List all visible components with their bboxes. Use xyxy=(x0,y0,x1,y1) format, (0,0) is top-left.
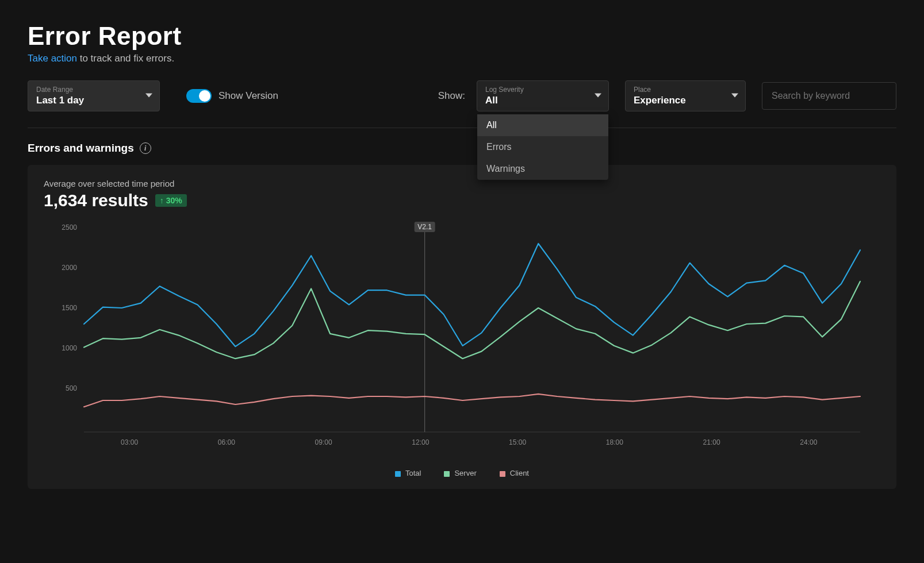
place-label: Place xyxy=(634,86,737,94)
svg-text:500: 500 xyxy=(66,384,77,392)
section-title: Errors and warnings xyxy=(28,142,134,155)
change-badge: ↑30% xyxy=(155,194,187,207)
chart-card: Average over selected time period 1,634 … xyxy=(28,165,896,489)
divider xyxy=(28,128,896,128)
svg-text:21:00: 21:00 xyxy=(703,438,720,446)
log-severity-dropdown: All Errors Warnings xyxy=(477,114,608,180)
chart-legend: Total Server Client xyxy=(44,469,880,477)
show-version-toggle[interactable] xyxy=(186,89,212,103)
place-value: Experience xyxy=(634,95,737,106)
svg-text:03:00: 03:00 xyxy=(121,438,138,446)
log-severity-value: All xyxy=(485,95,600,106)
arrow-up-icon: ↑ xyxy=(160,196,164,205)
legend-server: Server xyxy=(444,469,476,477)
version-marker: V2.1 xyxy=(414,222,435,232)
avg-label: Average over selected time period xyxy=(44,179,880,188)
svg-text:18:00: 18:00 xyxy=(606,438,623,446)
svg-text:09:00: 09:00 xyxy=(315,438,332,446)
severity-option-errors[interactable]: Errors xyxy=(477,136,608,158)
date-range-label: Date Range xyxy=(36,86,151,94)
show-version-label: Show Version xyxy=(218,90,278,102)
log-severity-select[interactable]: Log Severity All All Errors Warnings xyxy=(477,80,609,111)
line-chart: 500100015002000250003:0006:0009:0012:001… xyxy=(44,216,872,463)
chevron-down-icon xyxy=(731,91,738,101)
severity-option-all[interactable]: All xyxy=(477,114,608,136)
svg-text:06:00: 06:00 xyxy=(218,438,235,446)
page-title: Error Report xyxy=(28,22,896,51)
show-label: Show: xyxy=(438,90,465,102)
svg-text:24:00: 24:00 xyxy=(800,438,817,446)
legend-client: Client xyxy=(500,469,529,477)
svg-text:1000: 1000 xyxy=(62,344,77,352)
change-value: 30% xyxy=(166,196,182,205)
page-subtitle: Take action to track and fix errors. xyxy=(28,53,896,64)
chevron-down-icon xyxy=(145,91,152,101)
result-count: 1,634 results xyxy=(44,191,148,210)
subtitle-text: to track and fix errors. xyxy=(77,53,174,64)
take-action-link[interactable]: Take action xyxy=(28,53,77,64)
legend-total: Total xyxy=(395,469,421,477)
svg-text:12:00: 12:00 xyxy=(412,438,429,446)
svg-text:2000: 2000 xyxy=(62,264,77,272)
severity-option-warnings[interactable]: Warnings xyxy=(477,158,608,180)
search-input[interactable] xyxy=(762,82,896,110)
chevron-down-icon xyxy=(595,91,601,101)
log-severity-label: Log Severity xyxy=(485,86,600,94)
info-icon[interactable]: i xyxy=(140,142,151,154)
svg-text:15:00: 15:00 xyxy=(509,438,526,446)
svg-text:1500: 1500 xyxy=(62,304,77,312)
date-range-select[interactable]: Date Range Last 1 day xyxy=(28,80,160,111)
svg-text:2500: 2500 xyxy=(62,223,77,232)
place-select[interactable]: Place Experience xyxy=(625,80,746,111)
date-range-value: Last 1 day xyxy=(36,95,151,106)
